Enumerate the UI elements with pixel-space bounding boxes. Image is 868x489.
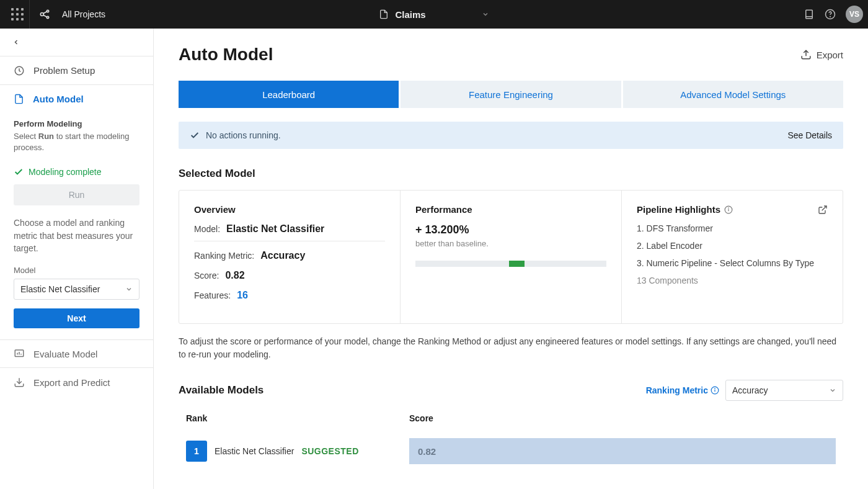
sidebar: Problem Setup Auto Model Perform Modelin…	[0, 29, 154, 489]
highlight-item: 1. DFS Transformer	[637, 223, 828, 233]
sidebar-item-evaluate-model[interactable]: Evaluate Model	[0, 339, 153, 368]
models-table-header: Rank Score	[179, 413, 843, 423]
svg-point-8	[830, 16, 831, 17]
highlights-footer: 13 Components	[637, 276, 828, 285]
docs-icon[interactable]	[804, 9, 815, 20]
model-value: Elastic Net Classifier	[226, 223, 324, 235]
sidebar-item-problem-setup[interactable]: Problem Setup	[0, 56, 153, 84]
tab-advanced-settings[interactable]: Advanced Model Settings	[623, 81, 843, 108]
highlight-item: 2. Label Encoder	[637, 241, 828, 251]
selected-model-card: Overview Model: Elastic Net Classifier R…	[179, 190, 843, 324]
sidebar-item-auto-model[interactable]: Auto Model	[0, 84, 153, 113]
product-logo-icon	[38, 8, 51, 20]
project-title: Claims	[395, 9, 425, 20]
rank-badge: 1	[186, 441, 207, 462]
info-icon[interactable]	[724, 205, 733, 214]
performance-value: + 13.200%	[415, 223, 606, 236]
modeling-status: Modeling complete	[0, 163, 153, 184]
chevron-down-icon	[829, 387, 836, 394]
run-button: Run	[14, 184, 140, 205]
model-select-label: Model	[0, 254, 153, 279]
svg-point-22	[715, 388, 715, 389]
apps-grid-icon[interactable]	[5, 0, 30, 29]
modeling-subsection: Perform Modeling Select Run to start the…	[0, 113, 153, 163]
text-bold: Run	[38, 132, 54, 141]
all-projects-link[interactable]: All Projects	[62, 9, 105, 19]
chart-icon	[14, 348, 25, 359]
file-icon	[14, 94, 24, 104]
selected-model-heading: Selected Model	[179, 168, 843, 180]
ranking-metric-label: Ranking Metric	[646, 385, 719, 395]
highlight-item: 3. Numeric Pipeline - Select Columns By …	[637, 258, 828, 268]
main-tabs: Leaderboard Feature Engineering Advanced…	[179, 81, 843, 108]
score-text: 0.82	[418, 446, 436, 457]
sidebar-label: Auto Model	[33, 94, 84, 104]
overview-column: Overview Model: Elastic Net Classifier R…	[179, 191, 401, 323]
svg-line-3	[43, 11, 47, 13]
features-link[interactable]: 16	[237, 290, 248, 301]
col-score: Score	[409, 413, 836, 423]
model-select[interactable]: Elastic Net Classifier	[14, 279, 140, 300]
next-button[interactable]: Next	[14, 308, 140, 328]
main-content: Auto Model Export Leaderboard Feature En…	[154, 29, 868, 489]
chevron-down-icon	[482, 11, 489, 18]
features-label: Features:	[194, 290, 231, 300]
export-label: Export	[817, 50, 843, 60]
sidebar-label: Problem Setup	[33, 65, 95, 76]
score-bar: 0.82	[409, 438, 836, 464]
metric-value: Accuracy	[260, 250, 305, 261]
svg-rect-5	[806, 10, 813, 19]
svg-point-18	[728, 207, 729, 208]
tab-leaderboard[interactable]: Leaderboard	[179, 81, 399, 108]
user-avatar[interactable]: VS	[846, 6, 863, 23]
performance-fill	[509, 261, 525, 267]
download-icon	[14, 377, 25, 388]
page-title: Auto Model	[179, 45, 273, 65]
actions-status-bar: No actions running. See Details	[179, 122, 843, 149]
see-details-link[interactable]: See Details	[787, 130, 832, 140]
svg-line-19	[822, 206, 826, 210]
collapse-sidebar-button[interactable]	[0, 29, 153, 56]
select-value: Accuracy	[732, 385, 768, 395]
score-label: Score:	[194, 271, 219, 280]
file-icon	[379, 9, 389, 20]
highlights-column: Pipeline Highlights 1. DFS Transformer 2…	[622, 191, 843, 323]
select-value: Elastic Net Classifier	[20, 284, 100, 294]
check-icon	[14, 167, 24, 177]
suggested-tag: SUGGESTED	[301, 446, 358, 456]
col-rank: Rank	[186, 413, 409, 423]
metric-label: Ranking Metric:	[194, 251, 254, 261]
sidebar-label: Export and Predict	[33, 377, 110, 388]
performance-title: Performance	[415, 204, 606, 215]
adjust-info-text: To adjust the score or performance of yo…	[179, 335, 843, 361]
status-message: No actions running.	[206, 130, 281, 140]
clock-icon	[14, 65, 25, 76]
performance-subtitle: better than baseline.	[415, 239, 606, 248]
highlights-title: Pipeline Highlights	[637, 204, 720, 215]
export-button[interactable]: Export	[800, 49, 843, 60]
project-selector[interactable]: Claims	[342, 9, 526, 20]
svg-line-4	[43, 15, 47, 17]
sidebar-label: Evaluate Model	[33, 349, 97, 359]
chevron-down-icon	[125, 285, 133, 293]
text: Select	[14, 132, 38, 141]
performance-column: Performance + 13.200% better than baseli…	[401, 191, 622, 323]
check-icon	[190, 130, 200, 140]
help-text: Choose a model and ranking metric that b…	[0, 217, 153, 254]
model-name: Elastic Net Classifier	[215, 446, 294, 456]
upload-icon	[800, 49, 812, 60]
svg-point-0	[40, 13, 43, 16]
performance-bar	[415, 261, 606, 267]
perform-modeling-heading: Perform Modeling	[14, 119, 140, 128]
ranking-metric-select[interactable]: Accuracy	[725, 380, 843, 401]
sidebar-item-export-predict[interactable]: Export and Predict	[0, 368, 153, 397]
top-bar: All Projects Claims VS	[0, 0, 868, 29]
model-label: Model:	[194, 224, 220, 234]
info-icon[interactable]	[711, 386, 719, 395]
table-row[interactable]: 1 Elastic Net Classifier SUGGESTED 0.82	[179, 432, 843, 470]
available-models-heading: Available Models	[179, 384, 264, 397]
help-icon[interactable]	[825, 9, 836, 20]
external-link-icon[interactable]	[818, 205, 828, 215]
tab-feature-engineering[interactable]: Feature Engineering	[401, 81, 621, 108]
overview-title: Overview	[194, 204, 385, 215]
